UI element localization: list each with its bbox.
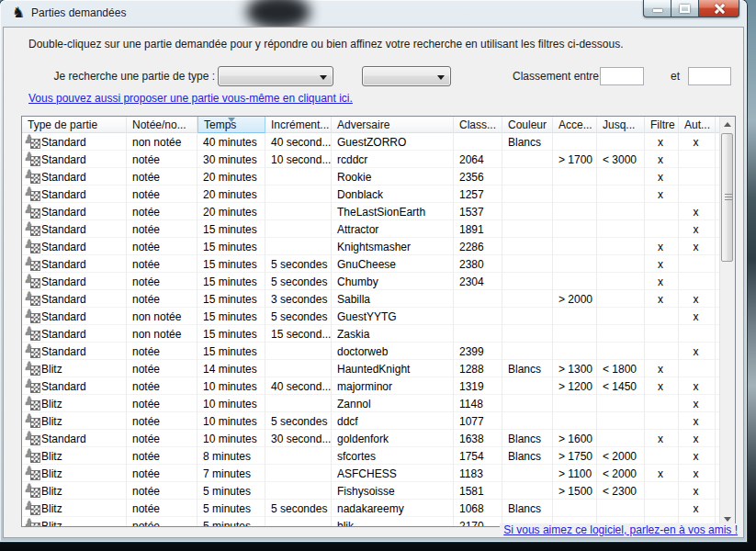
share-with-friends-link[interactable]: Si vous aimez ce logiciel, parlez-en à v… bbox=[500, 523, 738, 536]
cell: < 1800 bbox=[597, 360, 645, 377]
column-header[interactable]: Incrément... bbox=[265, 117, 332, 133]
table-row[interactable]: ♟Blitznotée10 minutesZannol1148x bbox=[22, 395, 719, 412]
cell: 1068 bbox=[454, 500, 502, 517]
table-row[interactable]: ♟Blitznotée10 minutes5 secondesddcf1077x bbox=[22, 412, 719, 430]
maximize-button[interactable] bbox=[671, 0, 698, 17]
rating-between-label: Classement entre bbox=[513, 70, 599, 83]
vertical-scrollbar[interactable] bbox=[719, 117, 735, 526]
cell: x bbox=[645, 430, 679, 447]
column-header[interactable]: Notée/no... bbox=[127, 117, 197, 133]
cell: ♟Standard bbox=[22, 273, 127, 290]
cell: ♟Blitz bbox=[22, 500, 127, 517]
cell bbox=[645, 325, 679, 343]
table-row[interactable]: ♟Standardnotée20 minutesRookie2356x bbox=[22, 168, 719, 186]
checkerboard-glyph bbox=[31, 436, 39, 444]
cell: notée bbox=[127, 343, 197, 360]
game-type-text: Standard bbox=[41, 276, 86, 288]
column-header[interactable]: Aut... bbox=[679, 117, 716, 133]
app-window: ♞ Parties demandées Double-cliquez sur u… bbox=[0, 0, 747, 542]
column-header[interactable]: Jusq... bbox=[597, 117, 645, 133]
minimize-button[interactable] bbox=[643, 0, 671, 17]
rating-max-input[interactable] bbox=[688, 67, 731, 85]
table-row[interactable]: ♟Blitznotée5 minutes5 secondesnadakareem… bbox=[22, 500, 719, 517]
cell: 10 minutes bbox=[197, 430, 265, 447]
cell bbox=[502, 186, 553, 203]
column-header[interactable]: Temps bbox=[197, 117, 265, 133]
cell: 40 second... bbox=[265, 133, 332, 151]
column-header[interactable]: Filtre bbox=[645, 117, 679, 133]
cell bbox=[454, 133, 502, 151]
cell: non notée bbox=[127, 325, 197, 343]
cell: x bbox=[645, 360, 679, 377]
cell: 2170 bbox=[454, 517, 502, 526]
cell bbox=[265, 203, 332, 220]
cell: 1319 bbox=[454, 377, 502, 395]
close-button[interactable] bbox=[698, 0, 739, 17]
table-row[interactable]: ♟Standardnotée15 minutes3 secondesSabill… bbox=[22, 290, 719, 308]
table-row[interactable]: ♟Standardnotée20 minutesTheLastSionEarth… bbox=[22, 203, 719, 220]
table-row[interactable]: ♟Standardnon notée15 minutes5 secondesGu… bbox=[22, 308, 719, 325]
cell: 7 minutes bbox=[197, 465, 265, 482]
cell: notée bbox=[127, 430, 197, 447]
cell: notée bbox=[127, 151, 197, 168]
table-row[interactable]: ♟Standardnotée15 minutes5 secondesChumby… bbox=[22, 273, 719, 290]
cell bbox=[679, 273, 716, 290]
game-type-text: Blitz bbox=[41, 502, 62, 515]
cell bbox=[553, 220, 597, 238]
cell bbox=[553, 412, 597, 430]
table-row[interactable]: ♟Standardnotée20 minutesDonblack1257x bbox=[22, 186, 719, 203]
chess-pawn-board-icon: ♟ bbox=[25, 484, 39, 498]
table-row[interactable]: ♟Standardnotée30 minutes10 second...rcdd… bbox=[22, 151, 719, 168]
checkerboard-glyph bbox=[31, 314, 39, 322]
game-type-combo[interactable] bbox=[218, 66, 333, 86]
window-title: Parties demandées bbox=[31, 6, 126, 19]
table-row[interactable]: ♟Standardnotée10 minutes30 second...gold… bbox=[22, 430, 719, 447]
scrollbar-up-button[interactable] bbox=[720, 117, 736, 132]
propose-game-link[interactable]: Vous pouvez aussi proposer une partie vo… bbox=[28, 92, 353, 105]
column-header[interactable]: Class... bbox=[454, 117, 502, 133]
cell: x bbox=[645, 377, 679, 395]
cell: 10 minutes bbox=[197, 412, 265, 430]
table-row[interactable]: ♟Standardnotée15 minutesKnightsmasher228… bbox=[22, 238, 719, 255]
cell: 2286 bbox=[454, 238, 502, 255]
cell bbox=[553, 255, 597, 273]
scrollbar-thumb[interactable] bbox=[721, 133, 733, 262]
checkerboard-glyph bbox=[31, 384, 39, 392]
titlebar[interactable]: ♞ Parties demandées bbox=[0, 0, 747, 27]
table-row[interactable]: ♟Blitznotée14 minutesHauntedKnight1288Bl… bbox=[22, 360, 719, 377]
table-row[interactable]: ♟Standardnon notée15 minutes15 second...… bbox=[22, 325, 719, 343]
cell: 1581 bbox=[454, 482, 502, 500]
column-header[interactable]: Type de partie bbox=[22, 117, 127, 133]
cell: notée bbox=[127, 220, 197, 238]
cell bbox=[597, 412, 645, 430]
chess-pawn-board-icon: ♟ bbox=[25, 222, 39, 236]
game-type-text: Standard bbox=[41, 328, 86, 341]
column-header-label: Adversaire bbox=[337, 118, 389, 131]
cell bbox=[597, 273, 645, 290]
cell: notée bbox=[127, 203, 197, 220]
chess-pawn-board-icon: ♟ bbox=[25, 449, 39, 463]
column-header[interactable]: Acce... bbox=[553, 117, 597, 133]
table-row[interactable]: ♟Blitznotée8 minutessfcortes1754Blancs> … bbox=[22, 447, 719, 465]
table-row[interactable]: ♟Standardnotée15 minutes5 secondesGnuChe… bbox=[22, 255, 719, 273]
cell: x bbox=[645, 133, 679, 151]
cell: notée bbox=[127, 273, 197, 290]
table-row[interactable]: ♟Standardnotée15 minutesAttractor1891x bbox=[22, 220, 719, 238]
table-row[interactable]: ♟Blitznotée5 minutesFishysoisse1581> 150… bbox=[22, 482, 719, 500]
cell bbox=[265, 220, 332, 238]
cell bbox=[645, 343, 679, 360]
column-header[interactable]: Couleur bbox=[502, 117, 553, 133]
rating-min-input[interactable] bbox=[600, 67, 644, 85]
table-row[interactable]: ♟Blitznotée7 minutesASFCHESS1183> 1100< … bbox=[22, 465, 719, 482]
cell: Donblack bbox=[332, 186, 454, 203]
cell: blik bbox=[332, 517, 454, 526]
scrollbar-grip-icon bbox=[725, 194, 732, 200]
game-subtype-combo[interactable] bbox=[362, 66, 451, 86]
table-row[interactable]: ♟Standardnotée10 minutes40 second...majo… bbox=[22, 377, 719, 395]
table-row[interactable]: ♟Standardnon notée40 minutes40 second...… bbox=[22, 133, 719, 151]
column-header[interactable]: Adversaire bbox=[332, 117, 454, 133]
chess-pawn-board-icon: ♟ bbox=[25, 240, 39, 253]
chess-pawn-board-icon: ♟ bbox=[25, 135, 39, 149]
cell: x bbox=[645, 168, 679, 186]
table-row[interactable]: ♟Standardnotée15 minutesdoctorweb2399x bbox=[22, 343, 719, 360]
